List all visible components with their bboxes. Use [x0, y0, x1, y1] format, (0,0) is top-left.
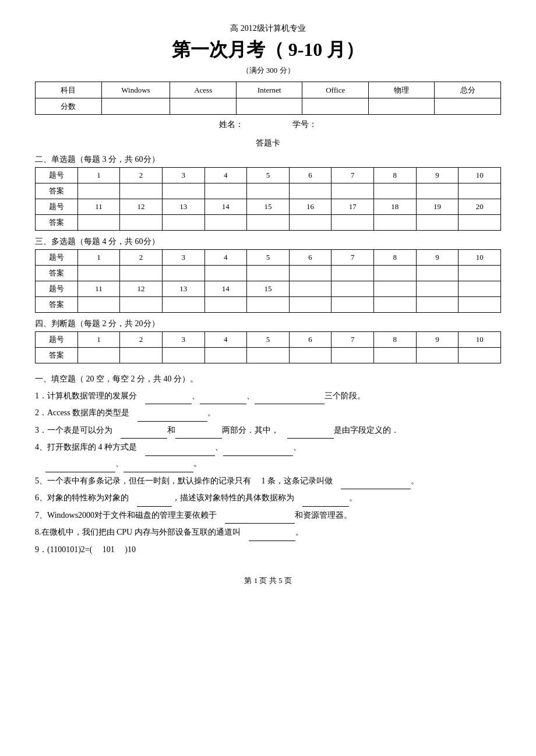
s4-h1: 1	[77, 332, 120, 348]
s3r2-h5: 15	[247, 281, 290, 297]
s2r1-a8	[374, 183, 417, 199]
s2r2-answer-label: 答案	[36, 215, 78, 231]
fill-q8: 8.在微机中，我们把由 CPU 内存与外部设备互联的通道叫 。	[35, 525, 501, 541]
s3r2-empty10	[459, 281, 501, 297]
s3r1-h9: 9	[416, 250, 459, 266]
s2r2-h4: 14	[204, 199, 247, 215]
fill-q1: 1．计算机数据管理的发展分 、 、 三个阶段。	[35, 388, 501, 405]
s4-a4	[204, 348, 247, 363]
s2r2-h5: 15	[247, 199, 290, 215]
name-id-row: 姓名： 学号：	[35, 119, 501, 130]
s3r1-a5	[247, 266, 290, 281]
s4-answer-label: 答案	[36, 348, 78, 363]
s2r2-a19	[416, 215, 459, 231]
s2r1-answer-label: 答案	[36, 183, 78, 199]
s2r2-h3: 13	[162, 199, 204, 215]
s2r2-a12	[120, 215, 163, 231]
fill-q7: 7、Windows2000对于文件和磁盘的管理主要依赖于 和资源管理器。	[35, 508, 501, 524]
s3r2-empty-a7	[332, 297, 374, 313]
s3r1-a4	[204, 266, 247, 281]
fill-q5: 5、一个表中有多条记录，但任一时刻，默认操作的记录只有 1 条，这条记录叫做 。	[35, 474, 501, 490]
s3r2-h1: 11	[77, 281, 120, 297]
score-office-value	[302, 98, 369, 115]
id-label: 学号：	[292, 120, 317, 129]
s4-h6: 6	[289, 332, 332, 348]
s2r1-h1: 1	[77, 168, 120, 183]
s3r2-empty-a6	[289, 297, 332, 313]
s3r1-a9	[416, 266, 459, 281]
s2r1-h2: 2	[120, 168, 163, 183]
s2r2-a15	[247, 215, 290, 231]
score-row-label: 分数	[36, 98, 102, 115]
answer-card-title: 答题卡	[35, 138, 501, 149]
full-score: （满分 300 分）	[35, 65, 501, 76]
s2r1-a5	[247, 183, 290, 199]
fill-title: 一、填空题（ 20 空，每空 2 分，共 40 分）。	[35, 372, 501, 387]
subtitle: 高 2012级计算机专业	[35, 23, 501, 34]
s2r2-h7: 17	[332, 199, 374, 215]
score-header-acess: Acess	[170, 82, 237, 98]
score-total-value	[435, 98, 501, 115]
s3r1-h0: 题号	[36, 250, 78, 266]
s3r2-a11	[77, 297, 120, 313]
fill-section: 一、填空题（ 20 空，每空 2 分，共 40 分）。 1．计算机数据管理的发展…	[35, 372, 501, 558]
s2r1-a1	[77, 183, 120, 199]
s2r1-h10: 10	[459, 168, 501, 183]
score-header-internet: Internet	[236, 82, 302, 98]
s3r1-h7: 7	[332, 250, 374, 266]
s2r2-h6: 16	[289, 199, 332, 215]
s2r2-a14	[204, 215, 247, 231]
fill-q2: 2．Access 数据库的类型是 。	[35, 405, 501, 422]
s4-a2	[120, 348, 163, 363]
section2-table-row1: 题号 1 2 3 4 5 6 7 8 9 10 答案 题号 11 12 13 1…	[35, 167, 501, 231]
s4-a6	[289, 348, 332, 363]
s2r2-h10: 20	[459, 199, 501, 215]
s3r1-h2: 2	[120, 250, 163, 266]
s3r1-h4: 4	[204, 250, 247, 266]
score-header-office: Office	[302, 82, 369, 98]
s2r2-h9: 19	[416, 199, 459, 215]
s4-h4: 4	[204, 332, 247, 348]
score-header-total: 总分	[435, 82, 501, 98]
s2r2-a13	[162, 215, 204, 231]
s2r1-a3	[162, 183, 204, 199]
section3-table: 题号 1 2 3 4 5 6 7 8 9 10 答案 题号 11 12 13 1…	[35, 249, 501, 313]
s4-h5: 5	[247, 332, 290, 348]
s4-h0: 题号	[36, 332, 78, 348]
s2r1-h0: 题号	[36, 168, 78, 183]
s4-h10: 10	[459, 332, 501, 348]
page-footer: 第 1 页 共 5 页	[35, 575, 501, 586]
s2r1-a4	[204, 183, 247, 199]
s4-h7: 7	[332, 332, 374, 348]
fill-q9: 9．(1100101)2=( 101 )10	[35, 542, 501, 558]
fill-q3: 3．一个表是可以分为 和 两部分．其中， 是由字段定义的．	[35, 423, 501, 439]
s2r1-h6: 6	[289, 168, 332, 183]
s3r2-a14	[204, 297, 247, 313]
section2-title: 二、单选题（每题 3 分，共 60分）	[35, 154, 501, 165]
s3r2-h0: 题号	[36, 281, 78, 297]
s2r2-a20	[459, 215, 501, 231]
s3r2-empty9	[416, 281, 459, 297]
s4-h3: 3	[162, 332, 204, 348]
s4-a3	[162, 348, 204, 363]
s2r2-a11	[77, 215, 120, 231]
s3r2-a12	[120, 297, 163, 313]
score-table: 科目 Windows Acess Internet Office 物理 总分 分…	[35, 82, 501, 115]
score-acess-value	[170, 98, 237, 115]
s2r2-h1: 11	[77, 199, 120, 215]
s2r1-a9	[416, 183, 459, 199]
s2r2-a17	[332, 215, 374, 231]
s3r1-h10: 10	[459, 250, 501, 266]
s3r1-h6: 6	[289, 250, 332, 266]
s3r2-empty-a10	[459, 297, 501, 313]
score-header-physics: 物理	[368, 82, 435, 98]
main-title: 第一次月考（ 9-10 月）	[35, 37, 501, 63]
s2r1-h9: 9	[416, 168, 459, 183]
s4-a8	[374, 348, 417, 363]
score-header-windows: Windows	[101, 82, 170, 98]
s3r1-a7	[332, 266, 374, 281]
name-label: 姓名：	[219, 120, 244, 129]
s4-a9	[416, 348, 459, 363]
s3r2-h4: 14	[204, 281, 247, 297]
s3r1-a6	[289, 266, 332, 281]
